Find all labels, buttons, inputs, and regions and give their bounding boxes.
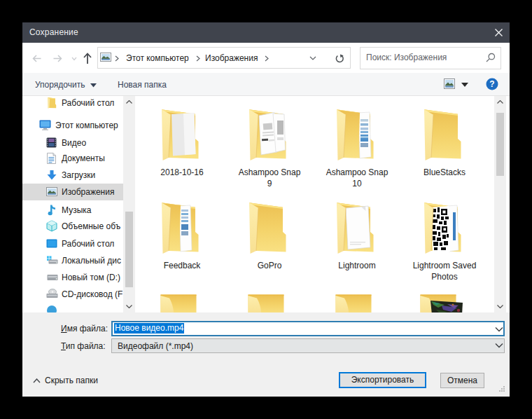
svg-text:?: ? [489,79,494,89]
